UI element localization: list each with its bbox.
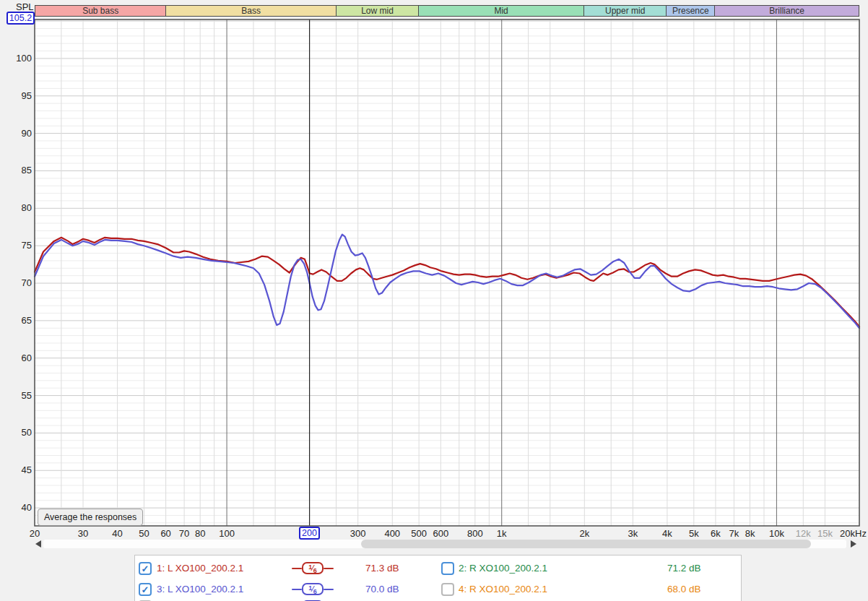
freq-tick-label-50: 50	[139, 528, 149, 539]
spl-tick-label: 55	[9, 390, 32, 401]
spl-tick-label: 80	[9, 202, 32, 213]
legend-checkbox-trace-3[interactable]: ✓	[139, 583, 152, 596]
band-label: Low mid	[361, 6, 394, 16]
legend-checkbox-trace-4[interactable]	[441, 583, 454, 596]
spl-tick-label: 70	[9, 277, 32, 288]
band-upper-mid: Upper mid	[584, 6, 667, 16]
freq-tick-label-300: 300	[350, 528, 366, 539]
freq-tick-label-3k: 3k	[628, 528, 638, 539]
freq-tick-label-20: 20	[30, 528, 40, 539]
spl-tick-label: 45	[9, 464, 32, 475]
smoothing-1-6-icon-trace-3-lead	[292, 589, 302, 590]
legend-label-trace-2[interactable]: 2: R XO100_200.2.1	[459, 562, 547, 575]
freq-tick-label-70: 70	[179, 528, 189, 539]
frequency-band-strip: Sub bassBassLow midMidUpper midPresenceB…	[35, 5, 859, 17]
legend-checkbox-trace-1[interactable]: ✓	[139, 562, 152, 575]
band-sub-bass: Sub bass	[35, 6, 166, 16]
band-label: Presence	[672, 6, 709, 16]
scroll-left-icon[interactable]	[35, 540, 41, 548]
spl-tick-label: 60	[9, 353, 32, 363]
horizontal-scrollbar-thumb[interactable]	[361, 540, 811, 548]
freq-tick-label-800: 800	[467, 528, 483, 539]
freq-tick-label-15k: 15k	[817, 528, 833, 539]
freq-tick-label-8k: 8k	[745, 528, 755, 539]
spl-measurement-window: Sub bassBassLow midMidUpper midPresenceB…	[0, 0, 868, 601]
freq-tick-label-10k: 10k	[769, 528, 784, 539]
spl-tick-label: 65	[9, 315, 32, 326]
freq-tick-label-20kHz: 20kHz	[840, 528, 867, 539]
freq-tick-label-400: 400	[384, 528, 400, 539]
legend-cursor-value-trace-4: 68.0 dB	[667, 583, 701, 596]
freq-tick-label-5k: 5k	[689, 528, 699, 539]
spl-tick-label: 85	[9, 165, 32, 176]
smoothing-1-6-icon-trace-1-lead	[292, 568, 302, 569]
legend-checkbox-trace-2[interactable]	[441, 562, 454, 575]
spl-tick-label: 95	[9, 90, 32, 101]
average-responses-tooltip: Average the responses	[38, 509, 143, 526]
spl-tick-label: 50	[9, 427, 32, 438]
freq-tick-label-7k: 7k	[729, 528, 739, 539]
smoothing-1-6-icon-trace-3[interactable]: 1⁄6	[302, 583, 324, 595]
spl-tick-label: 90	[9, 128, 32, 139]
legend-cursor-value-trace-1: 71.3 dB	[365, 562, 399, 575]
freq-tick-label-2k: 2k	[579, 528, 589, 539]
freq-tick-label-6k: 6k	[711, 528, 721, 539]
spl-axis-title: SPL	[16, 1, 34, 12]
band-mid: Mid	[419, 6, 584, 16]
freq-tick-label-80: 80	[195, 528, 205, 539]
band-presence: Presence	[667, 6, 715, 16]
band-label: Mid	[494, 6, 508, 16]
smoothing-1-6-icon-trace-1[interactable]: 1⁄6	[302, 562, 324, 574]
band-label: Brilliance	[769, 6, 804, 16]
cursor-frequency-field[interactable]: 200	[299, 527, 320, 540]
band-label: Upper mid	[605, 6, 645, 16]
freq-tick-label-1k: 1k	[497, 528, 507, 539]
legend-cursor-value-trace-3: 70.0 dB	[365, 583, 399, 596]
spl-axis-max-field[interactable]: 105.2	[6, 12, 35, 25]
band-bass: Bass	[166, 6, 337, 16]
freq-tick-label-40: 40	[112, 528, 122, 539]
band-label: Sub bass	[82, 6, 118, 16]
legend-label-trace-3[interactable]: 3: L XO100_200.2.1	[157, 583, 243, 596]
spl-tick-label: 40	[9, 502, 32, 513]
band-low-mid: Low mid	[337, 6, 419, 16]
freq-tick-label-4k: 4k	[662, 528, 672, 539]
freq-tick-label-30: 30	[78, 528, 88, 539]
spl-tick-label: 100	[9, 53, 32, 64]
freq-tick-label-60: 60	[160, 528, 170, 539]
smoothing-1-6-icon-trace-1-tail	[324, 568, 334, 569]
legend-cursor-value-trace-2: 71.2 dB	[667, 562, 701, 575]
freq-tick-label-12k: 12k	[796, 528, 811, 539]
freq-tick-label-100: 100	[219, 528, 235, 539]
legend-panel: ✓1⁄61: L XO100_200.2.171.3 dB2: R XO100_…	[134, 555, 742, 601]
freq-tick-label-500: 500	[411, 528, 427, 539]
band-brilliance: Brilliance	[715, 6, 859, 16]
scroll-right-icon[interactable]	[851, 540, 856, 548]
legend-label-trace-4[interactable]: 4: R XO100_200.2.1	[459, 583, 547, 596]
legend-label-trace-1[interactable]: 1: L XO100_200.2.1	[157, 562, 243, 575]
freq-tick-label-600: 600	[433, 528, 448, 539]
smoothing-1-6-icon-trace-3-tail	[324, 589, 334, 590]
band-label: Bass	[241, 6, 261, 16]
spl-tick-label: 75	[9, 240, 32, 251]
